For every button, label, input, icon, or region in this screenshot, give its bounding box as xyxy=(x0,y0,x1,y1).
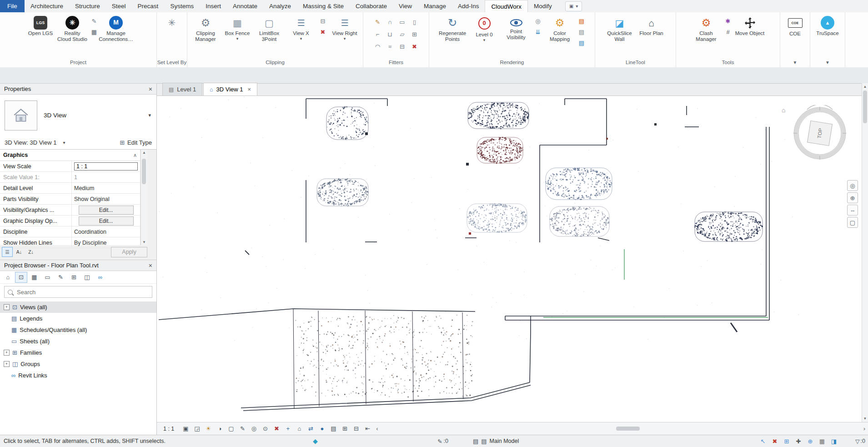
property-list-icon[interactable]: ☰ xyxy=(2,247,13,257)
button-regenerate-points[interactable]: ↻Regenerate Points xyxy=(437,14,467,57)
scroll-left-icon[interactable]: ‹ xyxy=(373,425,381,432)
button-set-level-icon[interactable]: ✳ xyxy=(159,14,185,57)
apply-button[interactable]: Apply xyxy=(111,247,147,257)
expander-icon[interactable]: + xyxy=(4,304,10,310)
status-indicator-icon[interactable]: ◆ xyxy=(313,435,318,447)
button-manage-connections[interactable]: MManage Connections… xyxy=(101,14,131,57)
scrollbar-thumb[interactable] xyxy=(142,159,146,184)
temporary-hide-icon[interactable]: ◎ xyxy=(248,424,259,434)
tree-item-schedules-quantities-all[interactable]: ▦Schedules/Quantities (all) xyxy=(0,324,156,336)
button-reality-cloud-studio[interactable]: ✳Reality Cloud Studio xyxy=(57,14,87,57)
button-truspace[interactable]: ▲TruSpace xyxy=(813,14,843,57)
view-tab-3d-view-1[interactable]: ⌂3D View 1× xyxy=(203,83,257,95)
ribbon-tab-insert[interactable]: Insert xyxy=(200,0,227,12)
swap-icon[interactable]: ⇄ xyxy=(305,424,316,434)
horizontal-scrollbar[interactable] xyxy=(381,422,860,435)
sort-descending-icon[interactable]: Z↓ xyxy=(25,247,36,257)
tree-item-legends[interactable]: ▤Legends xyxy=(0,313,156,324)
shadows-icon[interactable]: ◑ xyxy=(214,424,225,434)
button-coe[interactable]: COECOE xyxy=(782,14,808,57)
views-icon[interactable]: ◫ xyxy=(81,272,93,283)
tree-item-groups[interactable]: +◫Groups xyxy=(0,358,156,370)
collapse-icon[interactable]: ∧ xyxy=(133,152,137,158)
close-tab-icon[interactable]: × xyxy=(248,86,251,93)
sheet-icon[interactable]: ▭ xyxy=(41,272,54,283)
graphics-section-header[interactable]: Graphics ∧ xyxy=(0,150,140,161)
chevron-down-icon[interactable]: ▾ xyxy=(148,112,156,118)
button-panel-fit-icon[interactable]: ⊟ xyxy=(397,42,407,51)
home-icon[interactable]: ⌂ xyxy=(782,106,785,114)
chevron-down-icon[interactable]: ▾ xyxy=(63,140,65,145)
pan-icon[interactable]: ⇔ xyxy=(847,205,858,216)
button-view-right[interactable]: ☰View Right▾ xyxy=(330,14,360,57)
scroll-up-icon[interactable]: ▲ xyxy=(141,151,147,155)
button-conduit-icon[interactable]: ▯ xyxy=(410,18,420,26)
expand-all-icon[interactable]: ⊞ xyxy=(68,272,80,283)
button-density-icon[interactable]: ⇊ xyxy=(533,28,543,36)
view-cube[interactable]: TOP ⌂ xyxy=(780,105,848,164)
ribbon-tab-add-ins[interactable]: Add-Ins xyxy=(452,0,485,12)
ribbon-tab-steel[interactable]: Steel xyxy=(106,0,132,12)
table-status-icon[interactable]: ▦ xyxy=(817,436,827,446)
button-level-0[interactable]: 0Level 0▾ xyxy=(469,14,499,57)
edit-button[interactable]: Edit... xyxy=(79,206,134,215)
add-status-icon[interactable]: ⊕ xyxy=(805,436,815,446)
edit-type-button[interactable]: ⊞ Edit Type xyxy=(120,139,152,146)
button-color-table-icon[interactable]: ▤ xyxy=(577,17,587,25)
home-icon[interactable]: ⌂ xyxy=(2,272,14,283)
grid-toggle-icon[interactable]: ⊞ xyxy=(782,436,792,446)
button-elevation-table-icon[interactable]: ▤ xyxy=(577,39,587,47)
property-input-view-scale[interactable] xyxy=(74,162,138,171)
show-rendering-icon[interactable]: ◲ xyxy=(191,424,202,434)
scroll-down-icon[interactable]: ▼ xyxy=(141,240,147,244)
close-icon[interactable]: × xyxy=(149,262,152,269)
drawing-canvas[interactable]: TOP ⌂ ◎⊕⇔▢ xyxy=(157,96,862,422)
button-elbow-icon[interactable]: ⌐ xyxy=(373,30,383,39)
zoom-icon[interactable]: ⊕ xyxy=(847,192,858,203)
select-status-icon[interactable]: ↖ xyxy=(758,436,768,446)
crop-view-icon[interactable]: ▢ xyxy=(226,424,236,434)
button-clash-manager[interactable]: ⚙Clash Manager xyxy=(691,14,721,57)
button-clip-plane-icon[interactable]: ⊟ xyxy=(318,17,328,25)
ribbon-tab-systems[interactable]: Systems xyxy=(164,0,200,12)
vertical-scrollbar[interactable]: ▲ ▼ xyxy=(862,83,868,422)
button-open-lgs[interactable]: LGSOpen LGS xyxy=(25,14,55,57)
grid-icon[interactable]: ⊞ xyxy=(339,424,350,434)
button-delete-fit-icon[interactable]: ✖ xyxy=(410,42,420,51)
button-box-fence[interactable]: ▦Box Fence▾ xyxy=(222,14,252,57)
button-tee-icon[interactable]: ⊔ xyxy=(385,30,395,39)
visual-style-icon[interactable]: ▣ xyxy=(180,424,191,434)
search-input[interactable] xyxy=(16,288,149,296)
button-pen-icon[interactable]: ✎ xyxy=(373,18,383,26)
button-arc-icon[interactable]: ◠ xyxy=(373,42,383,51)
ribbon-tab-cloudworx[interactable]: CloudWorx xyxy=(485,0,528,12)
button-clipping-manager[interactable]: ⚙Clipping Manager xyxy=(191,14,221,57)
show-crop-icon[interactable]: ✎ xyxy=(237,424,248,434)
zoom-box-icon[interactable]: ▢ xyxy=(847,217,858,228)
button-clash-run-icon[interactable]: ✱ xyxy=(723,17,733,25)
button-visibility-settings-icon[interactable]: ◎ xyxy=(533,17,543,25)
tree-item-families[interactable]: +⊞Families xyxy=(0,347,156,358)
edit-icon[interactable]: ✎ xyxy=(55,272,67,283)
button-move-object[interactable]: Move Object xyxy=(735,14,765,57)
button-tray-icon[interactable]: ▱ xyxy=(397,30,407,39)
steering-wheel-icon[interactable]: ◎ xyxy=(847,180,858,191)
search-box[interactable] xyxy=(4,286,152,298)
tree-item-revit-links[interactable]: ∞Revit Links xyxy=(0,370,156,381)
edit-button[interactable]: Edit... xyxy=(79,216,134,226)
button-save-icon[interactable]: ▦ xyxy=(89,28,99,36)
scroll-right-icon[interactable]: › xyxy=(861,425,868,432)
cloud-add-icon[interactable]: + xyxy=(282,424,293,434)
home-view-icon[interactable]: ⌂ xyxy=(294,424,305,434)
ribbon-tab-modify[interactable]: Modify xyxy=(528,0,558,12)
button-view-x[interactable]: ☰View X▾ xyxy=(286,14,316,57)
link-icon[interactable]: ∞ xyxy=(94,272,106,283)
select-view-icon[interactable]: ⊡ xyxy=(15,272,27,283)
ribbon-tab-structure[interactable]: Structure xyxy=(69,0,106,12)
button-floor-plan[interactable]: ⌂Floor Plan xyxy=(637,14,667,57)
expander-icon[interactable]: + xyxy=(4,350,10,356)
button-duct-icon[interactable]: ▭ xyxy=(397,18,407,26)
ribbon-tab-precast[interactable]: Precast xyxy=(132,0,165,12)
view-tab-level-1[interactable]: ▤Level 1 xyxy=(162,83,202,95)
scroll-down-icon[interactable]: ▼ xyxy=(862,417,868,421)
